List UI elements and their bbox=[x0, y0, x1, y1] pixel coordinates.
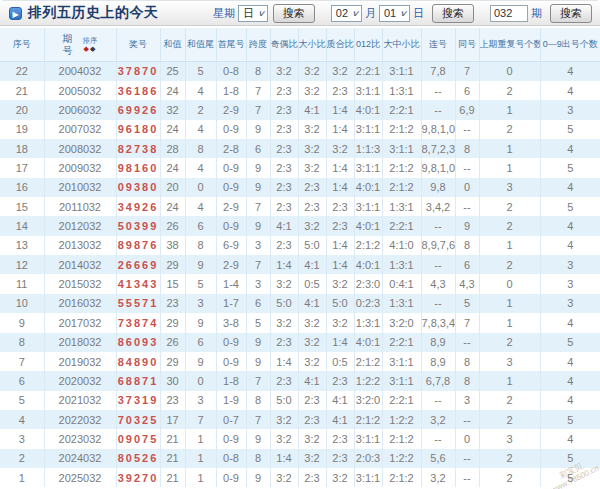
sort-asc-icon[interactable]: ◆ bbox=[84, 45, 89, 52]
cell-issue: 2014032 bbox=[44, 255, 116, 274]
cell-same: 4,3 bbox=[455, 274, 479, 293]
cell-sum: 24 bbox=[160, 197, 185, 216]
cell-span: 9 bbox=[246, 178, 270, 197]
cell-big-small: 4:1 bbox=[298, 371, 326, 390]
cell-index: 3 bbox=[0, 429, 44, 448]
col-header-odd-even: 奇偶比 bbox=[270, 28, 298, 62]
cell-index: 1 bbox=[0, 468, 44, 487]
cell-sum: 29 bbox=[160, 255, 185, 274]
cell-consecutive: 3,4,2 bbox=[421, 197, 455, 216]
cell-issue: 2022032 bbox=[44, 410, 116, 429]
cell-same: -- bbox=[455, 468, 479, 487]
col-header-issue: 期号排序◆◆ bbox=[44, 28, 116, 62]
cell-span: 5 bbox=[246, 313, 270, 332]
month-select-value: 02 bbox=[336, 7, 348, 19]
cell-big-mid-small: 2:2:1 bbox=[382, 100, 421, 119]
cell-same: -- bbox=[455, 197, 479, 216]
date-search-button[interactable]: 搜索 bbox=[432, 4, 474, 23]
sort-icons[interactable]: ◆◆ bbox=[84, 45, 96, 52]
cell-sum-tail: 1 bbox=[185, 449, 216, 468]
cell-same: 8 bbox=[455, 371, 479, 390]
col-header-big-small: 大小比 bbox=[298, 28, 326, 62]
cell-prev-repeat: 2 bbox=[479, 449, 540, 468]
cell-index: 10 bbox=[0, 294, 44, 313]
table-row: 212005032361862441-872:33:22:33:1:11:3:1… bbox=[0, 81, 600, 100]
cell-big-mid-small: 1:3:1 bbox=[382, 81, 421, 100]
cell-same: 7 bbox=[455, 313, 479, 332]
weekday-select[interactable]: 日 ∨ bbox=[238, 5, 268, 22]
cell-big-small: 3:2 bbox=[298, 333, 326, 352]
table-row: 12025032392702110-993:22:33:23:1:12:1:23… bbox=[0, 468, 600, 487]
cell-digit-count: 4 bbox=[540, 62, 600, 81]
cell-consecutive: -- bbox=[421, 429, 455, 448]
cell-index: 5 bbox=[0, 391, 44, 410]
cell-odd-even: 1:4 bbox=[270, 449, 298, 468]
cell-prime-composite: 1:4 bbox=[326, 158, 354, 177]
cell-consecutive: -- bbox=[421, 391, 455, 410]
cell-span: 7 bbox=[246, 371, 270, 390]
cell-prime-composite: 1:4 bbox=[326, 236, 354, 255]
cell-prize: 68871 bbox=[116, 371, 160, 390]
cell-big-mid-small: 2:2:1 bbox=[382, 391, 421, 410]
cell-first-last: 1-8 bbox=[216, 81, 246, 100]
issue-input[interactable] bbox=[490, 5, 528, 22]
cell-zero-one-two: 4:0:1 bbox=[354, 333, 382, 352]
cell-first-last: 1-8 bbox=[216, 371, 246, 390]
cell-digit-count: 5 bbox=[540, 120, 600, 139]
day-select[interactable]: 01 ∨ bbox=[379, 5, 410, 22]
month-select[interactable]: 02 ∨ bbox=[331, 5, 362, 22]
day-select-value: 01 bbox=[384, 7, 396, 19]
cell-same: -- bbox=[455, 449, 479, 468]
table-row: 172009032981602440-992:33:21:43:1:12:1:2… bbox=[0, 158, 600, 177]
cell-digit-count: 3 bbox=[540, 274, 600, 293]
cell-same: -- bbox=[455, 410, 479, 429]
cell-consecutive: 4,3 bbox=[421, 274, 455, 293]
cell-same: 8 bbox=[455, 352, 479, 371]
cell-zero-one-two: 2:1:2 bbox=[354, 352, 382, 371]
weekday-search-button[interactable]: 搜索 bbox=[273, 4, 315, 23]
cell-sum: 15 bbox=[160, 274, 185, 293]
cell-consecutive: 3,2 bbox=[421, 468, 455, 487]
cell-zero-one-two: 3:1:1 bbox=[354, 158, 382, 177]
cell-odd-even: 1:4 bbox=[270, 255, 298, 274]
month-label: 月 bbox=[365, 6, 376, 21]
table-row: 32023032090752110-993:23:22:33:1:12:1:2-… bbox=[0, 429, 600, 448]
cell-prize: 09380 bbox=[116, 178, 160, 197]
cell-zero-one-two: 3:2:0 bbox=[354, 391, 382, 410]
cell-zero-one-two: 4:0:1 bbox=[354, 100, 382, 119]
table-row: 102016032555712331-765:04:15:00:2:31:3:1… bbox=[0, 294, 600, 313]
col-header-same: 同号 bbox=[455, 28, 479, 62]
cell-zero-one-two: 3:1:1 bbox=[354, 120, 382, 139]
cell-digit-count: 4 bbox=[540, 236, 600, 255]
cell-sum: 23 bbox=[160, 294, 185, 313]
cell-prev-repeat: 2 bbox=[479, 410, 540, 429]
cell-sum-tail: 0 bbox=[185, 371, 216, 390]
cell-issue: 2004032 bbox=[44, 62, 116, 81]
cell-consecutive: -- bbox=[421, 255, 455, 274]
sort-desc-icon[interactable]: ◆ bbox=[90, 45, 95, 52]
cell-odd-even: 2:3 bbox=[270, 81, 298, 100]
cell-digit-count: 5 bbox=[540, 333, 600, 352]
cell-big-mid-small: 1:3:1 bbox=[382, 294, 421, 313]
table-header-row: 序号期号排序◆◆奖号和值和值尾首尾号跨度奇偶比大小比质合比012比大中小比连号同… bbox=[0, 28, 600, 62]
issue-search-button[interactable]: 搜索 bbox=[550, 4, 592, 23]
cell-odd-even: 2:3 bbox=[270, 197, 298, 216]
cell-first-last: 6-9 bbox=[216, 236, 246, 255]
cell-odd-even: 2:3 bbox=[270, 158, 298, 177]
weekday-label: 星期 bbox=[213, 6, 235, 21]
cell-sum: 17 bbox=[160, 410, 185, 429]
cell-span: 7 bbox=[246, 100, 270, 119]
issue-label: 期 bbox=[531, 6, 542, 21]
cell-sum: 24 bbox=[160, 158, 185, 177]
cell-same: 8 bbox=[455, 139, 479, 158]
cell-prime-composite: 5:0 bbox=[326, 294, 354, 313]
cell-first-last: 0-8 bbox=[216, 62, 246, 81]
cell-index: 8 bbox=[0, 333, 44, 352]
cell-first-last: 2-8 bbox=[216, 139, 246, 158]
cell-same: 6,9 bbox=[455, 100, 479, 119]
cell-odd-even: 4:1 bbox=[270, 216, 298, 235]
cell-digit-count: 4 bbox=[540, 391, 600, 410]
cell-index: 19 bbox=[0, 120, 44, 139]
col-header-digit-count: 0—9出号个数 bbox=[540, 28, 600, 62]
cell-big-mid-small: 2:2:1 bbox=[382, 216, 421, 235]
